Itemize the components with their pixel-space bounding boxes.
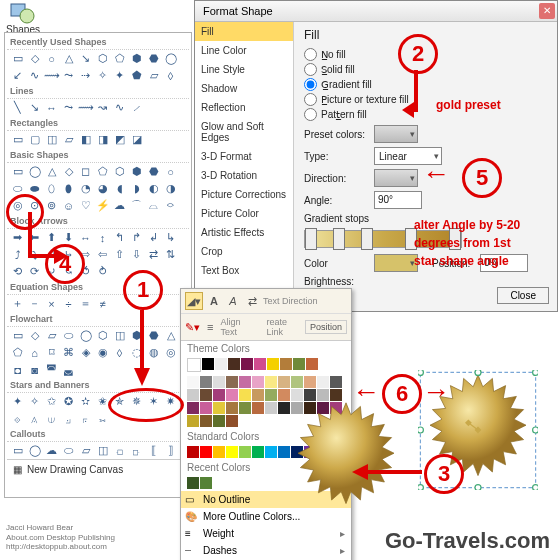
- shape-item[interactable]: ⇄: [145, 247, 162, 262]
- swatch[interactable]: [317, 376, 329, 388]
- shape-item[interactable]: ↕: [94, 230, 111, 245]
- shape-item[interactable]: ◎: [162, 345, 179, 360]
- swatch[interactable]: [187, 446, 199, 458]
- weight-item[interactable]: ≡Weight▸: [181, 525, 351, 542]
- shape-item[interactable]: ↘: [77, 51, 94, 66]
- shape-item[interactable]: ∿: [111, 100, 128, 115]
- shape-item[interactable]: ⟔: [77, 411, 94, 426]
- swatch[interactable]: [304, 376, 316, 388]
- swatch[interactable]: [252, 402, 264, 414]
- shape-fill-icon[interactable]: ◢▾: [185, 292, 203, 310]
- shape-item[interactable]: △: [162, 328, 179, 343]
- shape-item[interactable]: ◇: [26, 328, 43, 343]
- swatch[interactable]: [226, 389, 238, 401]
- shape-item[interactable]: ◯: [26, 443, 43, 458]
- shape-item[interactable]: ⌓: [145, 198, 162, 213]
- shape-item[interactable]: ⇅: [162, 247, 179, 262]
- shape-item[interactable]: ↔: [43, 100, 60, 115]
- swatch[interactable]: [226, 376, 238, 388]
- swatch[interactable]: [226, 402, 238, 414]
- shape-item[interactable]: ⌒: [128, 198, 145, 213]
- swatch[interactable]: [187, 477, 199, 489]
- shape-item[interactable]: ⬣: [145, 51, 162, 66]
- swatch[interactable]: [280, 358, 292, 370]
- swatch[interactable]: [213, 402, 225, 414]
- nav-piccolor[interactable]: Picture Color: [195, 204, 293, 223]
- gradient-stop[interactable]: [333, 228, 345, 250]
- shape-item[interactable]: ▱: [77, 443, 94, 458]
- swatch[interactable]: [213, 389, 225, 401]
- shape-item[interactable]: ☁: [43, 443, 60, 458]
- shape-item[interactable]: ≠: [94, 296, 111, 311]
- swatch[interactable]: [213, 415, 225, 427]
- shape-item[interactable]: ▭: [9, 164, 26, 179]
- shape-item[interactable]: ⤳: [60, 100, 77, 115]
- shape-item[interactable]: ⬠: [9, 345, 26, 360]
- swatch[interactable]: [291, 376, 303, 388]
- swatch[interactable]: [200, 477, 212, 489]
- shape-item[interactable]: ⟒: [43, 411, 60, 426]
- shape-item[interactable]: ✩: [43, 394, 60, 409]
- close-icon[interactable]: ✕: [539, 3, 555, 19]
- shape-item[interactable]: ✧: [94, 68, 111, 83]
- shape-item[interactable]: ◚: [43, 362, 60, 377]
- shape-item[interactable]: ⇧: [111, 247, 128, 262]
- shape-item[interactable]: ▭: [9, 328, 26, 343]
- shape-item[interactable]: ⟐: [9, 411, 26, 426]
- shape-item[interactable]: △: [43, 164, 60, 179]
- shape-item[interactable]: ◕: [94, 181, 111, 196]
- shape-item[interactable]: ⬠: [111, 51, 128, 66]
- shape-item[interactable]: ▭: [9, 51, 26, 66]
- shape-item[interactable]: ◘: [9, 362, 26, 377]
- shape-item[interactable]: ◖: [111, 181, 128, 196]
- shape-item[interactable]: ⬡: [111, 164, 128, 179]
- shape-item[interactable]: ◇: [26, 51, 43, 66]
- swatch[interactable]: [226, 415, 238, 427]
- close-button[interactable]: Close: [497, 287, 549, 304]
- shape-item[interactable]: ⬭: [60, 443, 77, 458]
- dashes-item[interactable]: ┄Dashes▸: [181, 542, 351, 559]
- shape-item[interactable]: ◐: [145, 181, 162, 196]
- swatch[interactable]: [213, 446, 225, 458]
- shape-item[interactable]: ◯: [77, 328, 94, 343]
- shape-item[interactable]: ◫: [94, 443, 111, 458]
- shape-item[interactable]: ✧: [26, 394, 43, 409]
- shape-item[interactable]: ✦: [111, 68, 128, 83]
- swatch[interactable]: [252, 389, 264, 401]
- swatch[interactable]: [239, 389, 251, 401]
- swatch[interactable]: [278, 376, 290, 388]
- shape-item[interactable]: ○: [43, 51, 60, 66]
- gradient-stop[interactable]: [361, 228, 373, 250]
- shape-item[interactable]: ⟑: [26, 411, 43, 426]
- swatch[interactable]: [226, 446, 238, 458]
- swatch[interactable]: [187, 415, 199, 427]
- text-direction-icon[interactable]: ⇄: [244, 293, 260, 309]
- swatch[interactable]: [293, 358, 305, 370]
- swatch[interactable]: [200, 376, 212, 388]
- shape-item[interactable]: ⟥: [128, 443, 145, 458]
- swatch[interactable]: [200, 446, 212, 458]
- swatch[interactable]: [330, 376, 342, 388]
- swatch[interactable]: [306, 358, 318, 370]
- swatch[interactable]: [187, 389, 199, 401]
- createlink-label[interactable]: reate Link: [266, 317, 302, 337]
- shape-item[interactable]: ◨: [94, 132, 111, 147]
- shape-item[interactable]: ⤳: [60, 68, 77, 83]
- shape-item[interactable]: ⥁: [94, 264, 111, 279]
- shape-item[interactable]: ✦: [9, 394, 26, 409]
- shape-item[interactable]: ⬣: [145, 164, 162, 179]
- shape-item[interactable]: ◉: [94, 345, 111, 360]
- shape-item[interactable]: ◻: [77, 164, 94, 179]
- nav-textbox[interactable]: Text Box: [195, 261, 293, 280]
- nav-linecolor[interactable]: Line Color: [195, 41, 293, 60]
- shape-item[interactable]: ◔: [77, 181, 94, 196]
- nav-crop[interactable]: Crop: [195, 242, 293, 261]
- shape-item[interactable]: ◛: [60, 362, 77, 377]
- shape-item[interactable]: ⬢: [128, 51, 145, 66]
- swatch[interactable]: [200, 389, 212, 401]
- shape-item[interactable]: △: [60, 51, 77, 66]
- shape-item[interactable]: ◑: [162, 181, 179, 196]
- shape-item[interactable]: ◩: [111, 132, 128, 147]
- swatch[interactable]: [187, 402, 199, 414]
- shape-item[interactable]: ⟕: [94, 411, 111, 426]
